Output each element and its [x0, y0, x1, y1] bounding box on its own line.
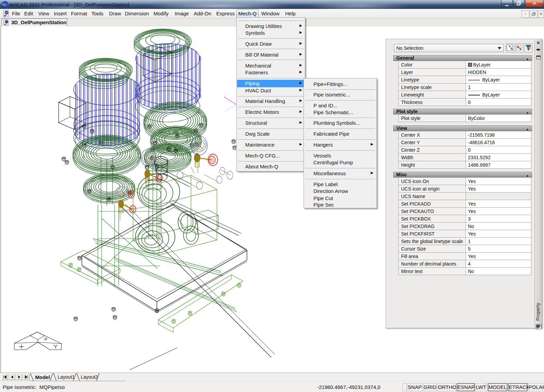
svg-text:Layout2: Layout2	[81, 374, 98, 380]
svg-text:CAD: CAD	[4, 4, 9, 6]
svg-text:Layout1: Layout1	[58, 374, 75, 380]
svg-text:Model: Model	[35, 374, 50, 380]
